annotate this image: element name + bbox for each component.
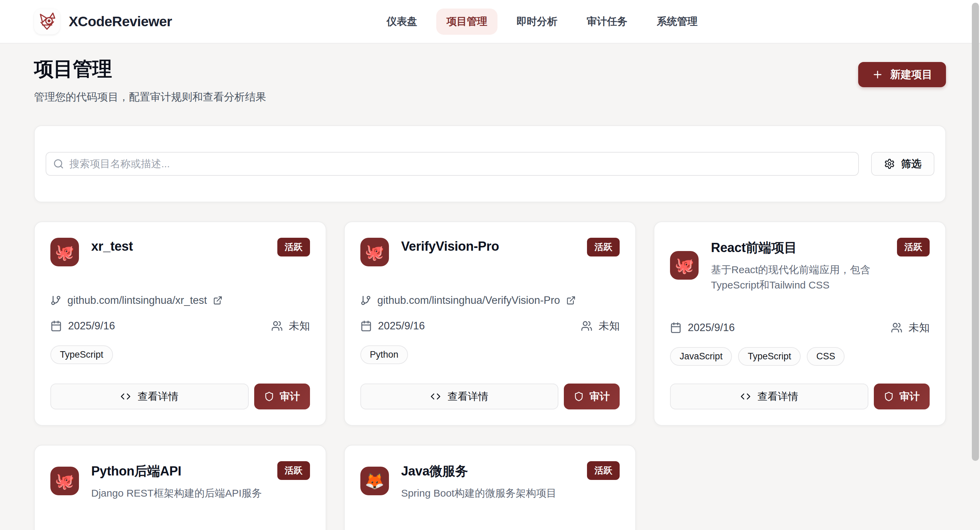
project-card-header: 🐙 Python后端API Django REST框架构建的后端API服务 活跃 <box>50 461 310 501</box>
repo-url[interactable]: github.com/lintsinghua/xr_test <box>67 294 207 307</box>
project-card-header: 🦊 Java微服务 Spring Boot构建的微服务架构项目 活跃 <box>360 461 620 501</box>
page-header: 项目管理 管理您的代码项目，配置审计规则和查看分析结果 新建项目 <box>34 56 946 104</box>
search-input[interactable] <box>46 152 859 176</box>
meta-row: 2025/9/16 未知 <box>50 319 310 333</box>
calendar-icon <box>360 320 372 332</box>
status-badge: 活跃 <box>587 461 620 480</box>
card-actions: 查看详情 审计 <box>50 366 310 409</box>
code-icon <box>430 391 441 402</box>
members-info: 未知 <box>581 528 620 530</box>
code-icon <box>740 391 751 402</box>
view-details-button[interactable]: 查看详情 <box>670 383 869 409</box>
repo-row[interactable]: github.com/lintsinghua/VerifyVision-Pro <box>360 294 620 307</box>
nav-item-instant-analysis[interactable]: 即时分析 <box>506 8 568 35</box>
plus-icon <box>872 69 883 80</box>
tag-pill: Python <box>360 345 408 364</box>
nav-item-system[interactable]: 系统管理 <box>646 8 708 35</box>
project-name: VerifyVision-Pro <box>401 239 575 254</box>
audit-button[interactable]: 审计 <box>874 383 930 409</box>
code-icon <box>121 391 130 402</box>
external-link-icon <box>213 296 223 305</box>
project-description: Spring Boot构建的微服务架构项目 <box>401 485 575 501</box>
page-title: 项目管理 <box>34 56 266 82</box>
created-date: 2025/9/16 <box>360 320 425 332</box>
project-avatar: 🦊 <box>360 467 389 495</box>
project-name: React前端项目 <box>711 239 885 257</box>
status-badge: 活跃 <box>897 238 930 257</box>
project-card-header: 🐙 xr_test 活跃 <box>50 238 310 267</box>
repo-row[interactable]: github.com/lintsinghua/xr_test <box>50 294 310 307</box>
project-name: xr_test <box>91 239 265 254</box>
members-info: 未知 <box>891 321 930 335</box>
members-info: 未知 <box>581 319 620 333</box>
tags-row: TypeScript <box>50 345 310 364</box>
repo-url[interactable]: github.com/lintsinghua/VerifyVision-Pro <box>377 294 560 307</box>
status-badge: 活跃 <box>587 238 620 257</box>
git-branch-icon <box>50 295 61 306</box>
users-icon <box>891 322 902 334</box>
project-description: 基于React的现代化前端应用，包含TypeScript和Tailwind CS… <box>711 262 885 292</box>
top-navbar: XCodeReviewer 仪表盘 项目管理 即时分析 审计任务 系统管理 <box>0 0 980 44</box>
project-card: 🐙 Python后端API Django REST框架构建的后端API服务 活跃… <box>34 445 326 530</box>
app-title: XCodeReviewer <box>69 14 172 30</box>
nav-item-projects[interactable]: 项目管理 <box>436 8 498 35</box>
created-date: 2025/9/16 <box>670 322 735 334</box>
meta-row: 2025/9/16 未知 <box>670 321 930 335</box>
project-description: Django REST框架构建的后端API服务 <box>91 485 265 501</box>
shield-icon <box>884 391 894 402</box>
audit-button[interactable]: 审计 <box>564 383 620 409</box>
project-card: 🦊 Java微服务 Spring Boot构建的微服务架构项目 活跃 2025/… <box>344 445 636 530</box>
project-avatar: 🐙 <box>50 238 79 267</box>
meta-row: 2025/9/16 未知 <box>360 319 620 333</box>
projects-grid: 🐙 xr_test 活跃 github.com/lintsinghua/xr_t… <box>34 221 946 530</box>
project-name: Java微服务 <box>401 463 575 480</box>
shield-icon <box>574 391 584 402</box>
page-subtitle: 管理您的代码项目，配置审计规则和查看分析结果 <box>34 90 266 104</box>
project-avatar: 🐙 <box>670 251 698 279</box>
tags-row: Python <box>360 345 620 364</box>
main-content: 项目管理 管理您的代码项目，配置审计规则和查看分析结果 新建项目 筛选 🐙 xr… <box>0 56 980 530</box>
view-details-button[interactable]: 查看详情 <box>50 383 249 409</box>
shield-icon <box>264 391 274 402</box>
card-actions: 查看详情 审计 <box>670 366 930 409</box>
calendar-icon <box>670 322 682 334</box>
project-avatar: 🐙 <box>360 238 389 267</box>
card-actions: 查看详情 审计 <box>360 366 620 409</box>
nav-item-audit-tasks[interactable]: 审计任务 <box>576 8 638 35</box>
filter-button[interactable]: 筛选 <box>871 152 934 176</box>
meta-row: 2025/9/16 未知 <box>50 528 310 530</box>
external-link-icon <box>566 296 576 305</box>
gear-icon <box>884 158 895 169</box>
view-details-button[interactable]: 查看详情 <box>360 383 559 409</box>
meta-row: 2025/9/16 未知 <box>360 528 620 530</box>
project-name: Python后端API <box>91 463 265 480</box>
brand[interactable]: XCodeReviewer <box>34 8 172 34</box>
tag-pill: JavaScript <box>670 347 732 366</box>
calendar-icon <box>50 320 62 332</box>
users-icon <box>271 320 283 332</box>
status-badge: 活跃 <box>277 238 310 257</box>
git-branch-icon <box>360 295 371 306</box>
project-card: 🐙 VerifyVision-Pro 活跃 github.com/lintsin… <box>344 221 636 426</box>
search-box <box>46 152 859 176</box>
tag-pill: CSS <box>807 347 845 366</box>
members-info: 未知 <box>271 528 310 530</box>
project-card-header: 🐙 VerifyVision-Pro 活跃 <box>360 238 620 267</box>
audit-button[interactable]: 审计 <box>254 383 310 409</box>
project-card: 🐙 React前端项目 基于React的现代化前端应用，包含TypeScript… <box>654 221 946 426</box>
tags-row: JavaScriptTypeScriptCSS <box>670 347 930 366</box>
status-badge: 活跃 <box>277 461 310 480</box>
search-icon <box>53 158 64 169</box>
project-card-header: 🐙 React前端项目 基于React的现代化前端应用，包含TypeScript… <box>670 238 930 292</box>
scrollbar-thumb[interactable] <box>972 3 979 461</box>
users-icon <box>581 320 592 332</box>
nav-item-dashboard[interactable]: 仪表盘 <box>376 8 427 35</box>
main-nav: 仪表盘 项目管理 即时分析 审计任务 系统管理 <box>376 8 708 35</box>
new-project-button[interactable]: 新建项目 <box>858 62 946 87</box>
created-date: 2025/9/16 <box>50 320 115 332</box>
tag-pill: TypeScript <box>50 345 113 364</box>
project-avatar: 🐙 <box>50 467 79 495</box>
search-filter-panel: 筛选 <box>34 125 946 202</box>
project-card: 🐙 xr_test 活跃 github.com/lintsinghua/xr_t… <box>34 221 326 426</box>
tag-pill: TypeScript <box>738 347 801 366</box>
